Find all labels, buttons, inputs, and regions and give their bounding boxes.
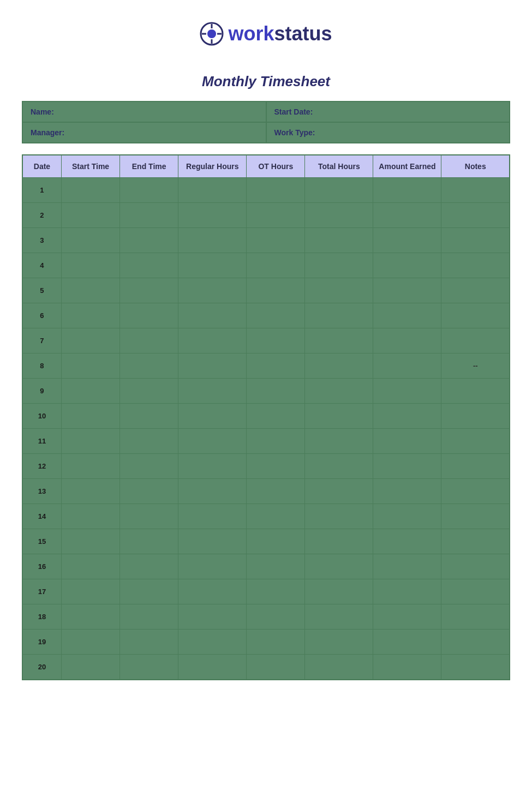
- cell-amount_earned: [373, 353, 441, 379]
- cell-date: 16: [22, 554, 61, 579]
- cell-amount_earned: [373, 554, 441, 579]
- cell-total_hours: [305, 178, 373, 203]
- cell-total_hours: [305, 479, 373, 504]
- cell-regular_hours: [178, 253, 247, 278]
- cell-start_time: [61, 529, 119, 554]
- cell-ot_hours: [247, 278, 305, 303]
- cell-regular_hours: [178, 554, 247, 579]
- cell-end_time: [120, 379, 178, 404]
- cell-amount_earned: [373, 529, 441, 554]
- cell-regular_hours: [178, 479, 247, 504]
- cell-notes: [441, 328, 510, 353]
- logo-text: workstatus: [228, 22, 332, 45]
- cell-amount_earned: [373, 630, 441, 655]
- cell-start_time: [61, 604, 119, 630]
- table-row: 7: [22, 328, 510, 353]
- cell-end_time: [120, 353, 178, 379]
- cell-regular_hours: [178, 429, 247, 454]
- cell-notes: [441, 604, 510, 630]
- cell-ot_hours: [247, 303, 305, 328]
- cell-end_time: [120, 604, 178, 630]
- cell-end_time: [120, 529, 178, 554]
- header-end-time: End Time: [120, 155, 178, 178]
- cell-date: 2: [22, 203, 61, 228]
- cell-date: 20: [22, 655, 61, 680]
- cell-start_time: [61, 579, 119, 604]
- cell-total_hours: [305, 203, 373, 228]
- info-table: Name: Start Date: Manager: Work Type:: [22, 101, 510, 143]
- cell-amount_earned: [373, 278, 441, 303]
- cell-total_hours: [305, 404, 373, 429]
- cell-ot_hours: [247, 404, 305, 429]
- cell-ot_hours: [247, 504, 305, 529]
- cell-total_hours: [305, 504, 373, 529]
- report-title: Monthly Timesheet: [22, 73, 510, 90]
- header-start-time: Start Time: [61, 155, 119, 178]
- cell-start_time: [61, 554, 119, 579]
- cell-start_time: [61, 253, 119, 278]
- cell-ot_hours: [247, 630, 305, 655]
- cell-notes: [441, 504, 510, 529]
- cell-amount_earned: [373, 379, 441, 404]
- cell-date: 3: [22, 228, 61, 253]
- cell-total_hours: [305, 328, 373, 353]
- cell-regular_hours: [178, 278, 247, 303]
- cell-total_hours: [305, 429, 373, 454]
- work-type-label: Work Type:: [266, 122, 510, 143]
- cell-notes: [441, 479, 510, 504]
- cell-amount_earned: [373, 404, 441, 429]
- cell-total_hours: [305, 630, 373, 655]
- cell-regular_hours: [178, 504, 247, 529]
- cell-start_time: [61, 303, 119, 328]
- table-row: 3: [22, 228, 510, 253]
- manager-label: Manager:: [22, 122, 266, 143]
- cell-date: 6: [22, 303, 61, 328]
- cell-regular_hours: [178, 655, 247, 680]
- cell-end_time: [120, 579, 178, 604]
- cell-start_time: [61, 328, 119, 353]
- cell-date: 10: [22, 404, 61, 429]
- cell-ot_hours: [247, 328, 305, 353]
- name-label: Name:: [22, 101, 266, 122]
- cell-start_time: [61, 655, 119, 680]
- table-row: 16: [22, 554, 510, 579]
- cell-date: 7: [22, 328, 61, 353]
- cell-regular_hours: [178, 328, 247, 353]
- table-row: 14: [22, 504, 510, 529]
- cell-amount_earned: [373, 178, 441, 203]
- cell-total_hours: [305, 379, 373, 404]
- cell-date: 1: [22, 178, 61, 203]
- header-date: Date: [22, 155, 61, 178]
- cell-start_time: [61, 404, 119, 429]
- cell-ot_hours: [247, 228, 305, 253]
- cell-notes: [441, 379, 510, 404]
- cell-ot_hours: [247, 554, 305, 579]
- cell-amount_earned: [373, 579, 441, 604]
- cell-date: 8: [22, 353, 61, 379]
- cell-amount_earned: [373, 604, 441, 630]
- cell-end_time: [120, 429, 178, 454]
- table-row: 5: [22, 278, 510, 303]
- workstatus-logo-icon: [200, 22, 224, 46]
- cell-total_hours: [305, 353, 373, 379]
- cell-end_time: [120, 303, 178, 328]
- cell-total_hours: [305, 579, 373, 604]
- cell-amount_earned: [373, 228, 441, 253]
- cell-end_time: [120, 504, 178, 529]
- cell-notes: [441, 630, 510, 655]
- cell-start_time: [61, 454, 119, 479]
- cell-regular_hours: [178, 228, 247, 253]
- cell-start_time: [61, 228, 119, 253]
- cell-start_time: [61, 278, 119, 303]
- header-regular-hours: Regular Hours: [178, 155, 247, 178]
- cell-ot_hours: [247, 203, 305, 228]
- cell-amount_earned: [373, 504, 441, 529]
- cell-regular_hours: [178, 529, 247, 554]
- cell-notes: [441, 228, 510, 253]
- cell-notes: [441, 429, 510, 454]
- cell-notes: [441, 203, 510, 228]
- cell-ot_hours: [247, 454, 305, 479]
- table-row: 2: [22, 203, 510, 228]
- cell-end_time: [120, 278, 178, 303]
- cell-ot_hours: [247, 579, 305, 604]
